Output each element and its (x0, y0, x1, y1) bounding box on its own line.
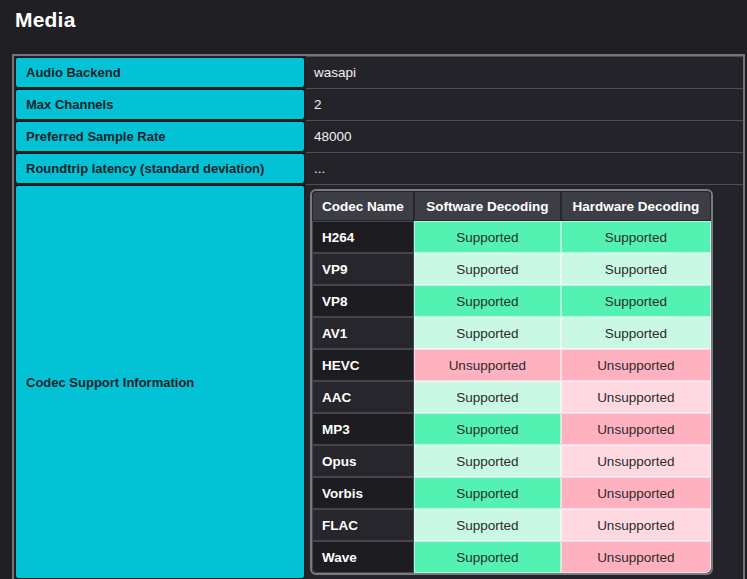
hardware-decoding-status: Unsupported (561, 541, 711, 573)
codec-header-row: Codec Name Software Decoding Hardware De… (312, 191, 711, 221)
table-row: Codec Support Information Codec Name Sof… (14, 184, 743, 579)
info-row-value-roundtrip-latency: ... (306, 152, 743, 184)
codec-name: Opus (312, 445, 414, 477)
codec-name: VP8 (312, 285, 414, 317)
table-row: Roundtrip latency (standard deviation) .… (14, 152, 743, 184)
codec-row-hevc: HEVC Unsupported Unsupported (312, 349, 711, 381)
software-decoding-status: Supported (414, 221, 561, 253)
hardware-decoding-status: Unsupported (561, 349, 711, 381)
codec-row-mp3: MP3 Supported Unsupported (312, 413, 711, 445)
codec-name: VP9 (312, 253, 414, 285)
info-row-label-codec-support: Codec Support Information (14, 184, 306, 579)
hardware-decoding-status: Unsupported (561, 413, 711, 445)
hardware-decoding-status: Unsupported (561, 445, 711, 477)
codec-name: MP3 (312, 413, 414, 445)
codec-name: Wave (312, 541, 414, 573)
codec-row-wave: Wave Supported Unsupported (312, 541, 711, 573)
page-title: Media (15, 7, 747, 33)
codec-support-table: Codec Name Software Decoding Hardware De… (310, 189, 713, 575)
column-header-codec-name: Codec Name (312, 191, 414, 221)
codec-row-flac: FLAC Supported Unsupported (312, 509, 711, 541)
codec-name: H264 (312, 221, 414, 253)
info-row-label-roundtrip-latency: Roundtrip latency (standard deviation) (14, 152, 306, 184)
codec-row-h264: H264 Supported Supported (312, 221, 711, 253)
software-decoding-status: Supported (414, 413, 561, 445)
software-decoding-status: Supported (414, 253, 561, 285)
hardware-decoding-status: Unsupported (561, 509, 711, 541)
table-row: Max Channels 2 (14, 88, 743, 120)
software-decoding-status: Supported (414, 509, 561, 541)
codec-name: AV1 (312, 317, 414, 349)
codec-row-vorbis: Vorbis Supported Unsupported (312, 477, 711, 509)
codec-row-opus: Opus Supported Unsupported (312, 445, 711, 477)
software-decoding-status: Supported (414, 285, 561, 317)
hardware-decoding-status: Supported (561, 221, 711, 253)
codec-row-vp9: VP9 Supported Supported (312, 253, 711, 285)
hardware-decoding-status: Supported (561, 285, 711, 317)
hardware-decoding-status: Unsupported (561, 477, 711, 509)
info-row-label-max-channels: Max Channels (14, 88, 306, 120)
codec-name: FLAC (312, 509, 414, 541)
codec-name: Vorbis (312, 477, 414, 509)
column-header-hardware-decoding: Hardware Decoding (561, 191, 711, 221)
info-row-label-audio-backend: Audio Backend (14, 56, 306, 88)
info-row-value-max-channels: 2 (306, 88, 743, 120)
media-info-table: Audio Backend wasapi Max Channels 2 Pref… (12, 54, 745, 579)
codec-row-aac: AAC Supported Unsupported (312, 381, 711, 413)
table-row: Audio Backend wasapi (14, 56, 743, 88)
info-row-value-sample-rate: 48000 (306, 120, 743, 152)
table-row: Preferred Sample Rate 48000 (14, 120, 743, 152)
info-row-label-sample-rate: Preferred Sample Rate (14, 120, 306, 152)
software-decoding-status: Supported (414, 541, 561, 573)
codec-row-vp8: VP8 Supported Supported (312, 285, 711, 317)
codec-name: HEVC (312, 349, 414, 381)
hardware-decoding-status: Supported (561, 253, 711, 285)
software-decoding-status: Supported (414, 477, 561, 509)
software-decoding-status: Unsupported (414, 349, 561, 381)
codec-row-av1: AV1 Supported Supported (312, 317, 711, 349)
hardware-decoding-status: Unsupported (561, 381, 711, 413)
software-decoding-status: Supported (414, 445, 561, 477)
info-row-value-audio-backend: wasapi (306, 56, 743, 88)
software-decoding-status: Supported (414, 317, 561, 349)
hardware-decoding-status: Supported (561, 317, 711, 349)
codec-name: AAC (312, 381, 414, 413)
codec-table-container: Codec Name Software Decoding Hardware De… (306, 184, 743, 579)
software-decoding-status: Supported (414, 381, 561, 413)
column-header-software-decoding: Software Decoding (414, 191, 561, 221)
